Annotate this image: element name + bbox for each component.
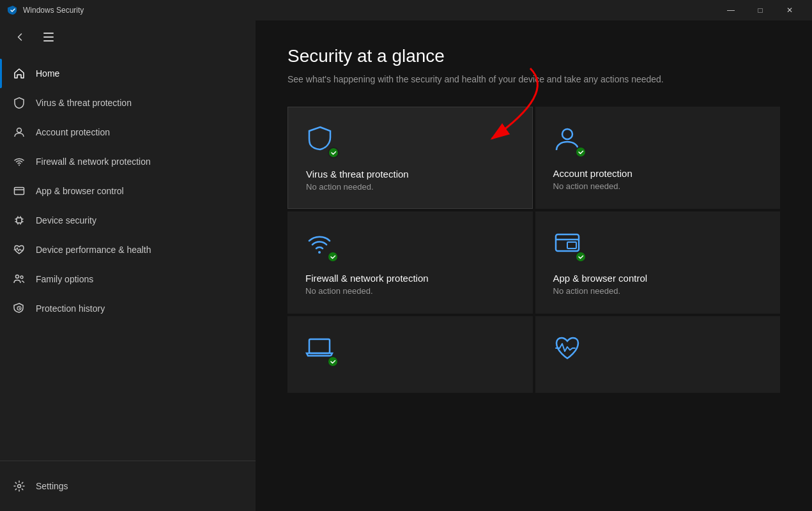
titlebar: Windows Security — □ ✕ (0, 0, 812, 20)
sidebar-item-account[interactable]: Account protection (0, 118, 256, 147)
svg-rect-12 (567, 242, 576, 248)
home-icon (13, 67, 26, 80)
sidebar-item-device-security[interactable]: Device security (0, 206, 256, 235)
svg-point-9 (562, 129, 572, 139)
app-browser-card-title: App & browser control (553, 273, 763, 284)
svg-point-0 (17, 128, 22, 133)
heart-svg (553, 334, 581, 362)
sidebar-header (0, 20, 256, 54)
back-button[interactable] (10, 27, 31, 47)
sidebar-item-virus[interactable]: Virus & threat protection (0, 88, 256, 118)
app-browser-icon-area (553, 229, 586, 263)
settings-icon (13, 480, 26, 492)
sidebar: Home Virus & threat protection (0, 20, 256, 511)
window-icon (13, 185, 26, 197)
sidebar-item-settings[interactable]: Settings (0, 471, 256, 501)
virus-card-icon-area (306, 125, 339, 158)
minimize-button[interactable]: — (716, 0, 746, 20)
hamburger-menu[interactable] (38, 27, 59, 47)
shield-icon (13, 96, 26, 109)
svg-point-1 (19, 165, 20, 166)
sidebar-item-home[interactable]: Home (0, 59, 256, 88)
firewall-check-badge (327, 251, 339, 263)
app-browser-label: App & browser control (36, 186, 124, 196)
window-title: Windows Security (23, 6, 716, 15)
hamburger-line-1 (43, 33, 54, 34)
device-security-check-badge (327, 356, 339, 367)
device-perf-label: Device performance & health (36, 245, 151, 255)
virus-card-status: No action needed. (306, 182, 514, 192)
account-check-badge (575, 146, 586, 158)
sidebar-item-app-browser[interactable]: App & browser control (0, 176, 256, 206)
device-security-card[interactable] (287, 316, 533, 393)
app-browser-card[interactable]: App & browser control No action needed. (535, 211, 781, 314)
firewall-card-icon-area (305, 229, 339, 263)
svg-rect-2 (15, 188, 24, 195)
app-browser-check-badge (575, 251, 586, 263)
svg-point-5 (20, 276, 23, 278)
device-security-icon-area (305, 334, 339, 367)
virus-card-title: Virus & threat protection (306, 169, 514, 179)
account-card-title: Account protection (553, 168, 763, 179)
app-body: Home Virus & threat protection (0, 20, 812, 511)
sidebar-item-history[interactable]: Protection history (0, 294, 256, 323)
history-label: Protection history (36, 303, 105, 314)
svg-point-4 (16, 275, 19, 278)
svg-rect-13 (309, 339, 330, 353)
sidebar-nav: Home Virus & threat protection (0, 54, 256, 461)
virus-check-badge (328, 147, 339, 158)
settings-label: Settings (36, 481, 68, 491)
app-browser-card-status: No action needed. (553, 286, 763, 296)
page-title: Security at a glance (287, 46, 780, 66)
account-card-icon-area (553, 125, 586, 158)
close-button[interactable]: ✕ (775, 0, 804, 20)
app-icon (8, 5, 18, 15)
device-health-card[interactable] (535, 316, 781, 393)
sidebar-item-device-perf[interactable]: Device performance & health (0, 235, 256, 264)
cards-grid: Virus & threat protection No action need… (287, 107, 780, 393)
virus-label: Virus & threat protection (36, 98, 132, 108)
sidebar-item-family[interactable]: Family options (0, 264, 256, 294)
account-card-status: No action needed. (553, 181, 763, 191)
chip-icon (13, 214, 26, 227)
main-content: Security at a glance See what's happenin… (256, 20, 812, 511)
virus-threat-card[interactable]: Virus & threat protection No action need… (287, 107, 533, 209)
firewall-card[interactable]: Firewall & network protection No action … (287, 211, 533, 314)
hamburger-line-3 (43, 40, 54, 42)
home-label: Home (36, 68, 59, 79)
svg-point-7 (18, 485, 21, 488)
account-protection-card[interactable]: Account protection No action needed. (535, 107, 781, 209)
family-icon (13, 273, 26, 286)
heart-monitor-icon (13, 243, 26, 256)
device-health-icon-area (553, 334, 586, 367)
person-icon (13, 126, 26, 139)
firewall-label: Firewall & network protection (36, 156, 151, 167)
sidebar-item-firewall[interactable]: Firewall & network protection (0, 147, 256, 176)
account-label: Account protection (36, 127, 110, 137)
firewall-card-title: Firewall & network protection (305, 273, 515, 284)
device-security-label: Device security (36, 215, 96, 225)
wifi-icon (13, 155, 26, 168)
firewall-card-status: No action needed. (305, 286, 515, 296)
clock-shield-icon (13, 302, 26, 315)
maximize-button[interactable]: □ (746, 0, 775, 20)
page-subtitle: See what's happening with the security a… (287, 73, 671, 86)
svg-point-10 (318, 251, 321, 254)
svg-rect-3 (17, 218, 22, 223)
window-controls: — □ ✕ (716, 0, 804, 20)
sidebar-footer: Settings (0, 461, 256, 511)
hamburger-line-2 (43, 36, 54, 38)
family-label: Family options (36, 274, 93, 284)
